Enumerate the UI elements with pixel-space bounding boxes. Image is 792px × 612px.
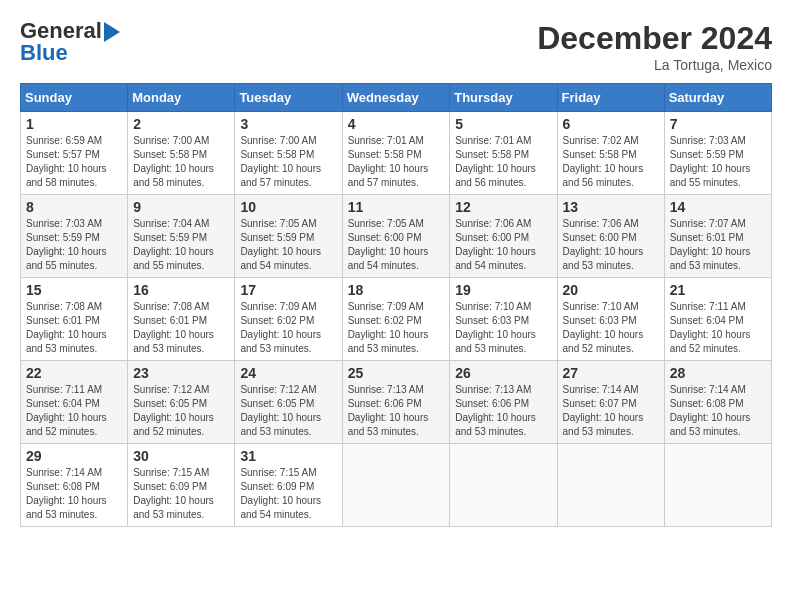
day-info: Sunrise: 7:14 AM Sunset: 6:08 PM Dayligh… (26, 466, 122, 522)
day-info: Sunrise: 7:10 AM Sunset: 6:03 PM Dayligh… (455, 300, 551, 356)
calendar-table: SundayMondayTuesdayWednesdayThursdayFrid… (20, 83, 772, 527)
day-number: 24 (240, 365, 336, 381)
day-number: 1 (26, 116, 122, 132)
day-info: Sunrise: 7:04 AM Sunset: 5:59 PM Dayligh… (133, 217, 229, 273)
calendar-day-5: 5Sunrise: 7:01 AM Sunset: 5:58 PM Daylig… (450, 112, 557, 195)
calendar-header-wednesday: Wednesday (342, 84, 450, 112)
day-number: 22 (26, 365, 122, 381)
calendar-day-17: 17Sunrise: 7:09 AM Sunset: 6:02 PM Dayli… (235, 278, 342, 361)
logo-subtext: Blue (20, 42, 120, 64)
calendar-day-9: 9Sunrise: 7:04 AM Sunset: 5:59 PM Daylig… (128, 195, 235, 278)
calendar-day-30: 30Sunrise: 7:15 AM Sunset: 6:09 PM Dayli… (128, 444, 235, 527)
day-info: Sunrise: 7:01 AM Sunset: 5:58 PM Dayligh… (348, 134, 445, 190)
day-number: 13 (563, 199, 659, 215)
day-info: Sunrise: 7:11 AM Sunset: 6:04 PM Dayligh… (670, 300, 766, 356)
day-number: 7 (670, 116, 766, 132)
calendar-day-13: 13Sunrise: 7:06 AM Sunset: 6:00 PM Dayli… (557, 195, 664, 278)
day-number: 27 (563, 365, 659, 381)
calendar-day-6: 6Sunrise: 7:02 AM Sunset: 5:58 PM Daylig… (557, 112, 664, 195)
calendar-day-23: 23Sunrise: 7:12 AM Sunset: 6:05 PM Dayli… (128, 361, 235, 444)
calendar-header-friday: Friday (557, 84, 664, 112)
calendar-day-7: 7Sunrise: 7:03 AM Sunset: 5:59 PM Daylig… (664, 112, 771, 195)
empty-cell (664, 444, 771, 527)
calendar-week-1: 1Sunrise: 6:59 AM Sunset: 5:57 PM Daylig… (21, 112, 772, 195)
logo: General Blue (20, 20, 120, 64)
day-number: 28 (670, 365, 766, 381)
day-info: Sunrise: 6:59 AM Sunset: 5:57 PM Dayligh… (26, 134, 122, 190)
calendar-day-22: 22Sunrise: 7:11 AM Sunset: 6:04 PM Dayli… (21, 361, 128, 444)
calendar-day-18: 18Sunrise: 7:09 AM Sunset: 6:02 PM Dayli… (342, 278, 450, 361)
calendar-header-monday: Monday (128, 84, 235, 112)
calendar-week-4: 22Sunrise: 7:11 AM Sunset: 6:04 PM Dayli… (21, 361, 772, 444)
calendar-day-12: 12Sunrise: 7:06 AM Sunset: 6:00 PM Dayli… (450, 195, 557, 278)
day-info: Sunrise: 7:13 AM Sunset: 6:06 PM Dayligh… (348, 383, 445, 439)
day-number: 6 (563, 116, 659, 132)
day-info: Sunrise: 7:14 AM Sunset: 6:08 PM Dayligh… (670, 383, 766, 439)
day-info: Sunrise: 7:15 AM Sunset: 6:09 PM Dayligh… (133, 466, 229, 522)
calendar-day-29: 29Sunrise: 7:14 AM Sunset: 6:08 PM Dayli… (21, 444, 128, 527)
day-number: 17 (240, 282, 336, 298)
calendar-day-1: 1Sunrise: 6:59 AM Sunset: 5:57 PM Daylig… (21, 112, 128, 195)
day-info: Sunrise: 7:11 AM Sunset: 6:04 PM Dayligh… (26, 383, 122, 439)
day-number: 26 (455, 365, 551, 381)
calendar-header-sunday: Sunday (21, 84, 128, 112)
day-number: 10 (240, 199, 336, 215)
day-info: Sunrise: 7:15 AM Sunset: 6:09 PM Dayligh… (240, 466, 336, 522)
day-number: 5 (455, 116, 551, 132)
calendar-day-31: 31Sunrise: 7:15 AM Sunset: 6:09 PM Dayli… (235, 444, 342, 527)
day-info: Sunrise: 7:03 AM Sunset: 5:59 PM Dayligh… (670, 134, 766, 190)
page-header: General Blue December 2024 La Tortuga, M… (20, 20, 772, 73)
calendar-day-3: 3Sunrise: 7:00 AM Sunset: 5:58 PM Daylig… (235, 112, 342, 195)
calendar-day-2: 2Sunrise: 7:00 AM Sunset: 5:58 PM Daylig… (128, 112, 235, 195)
day-number: 15 (26, 282, 122, 298)
calendar-header-saturday: Saturday (664, 84, 771, 112)
day-info: Sunrise: 7:02 AM Sunset: 5:58 PM Dayligh… (563, 134, 659, 190)
day-number: 8 (26, 199, 122, 215)
day-number: 16 (133, 282, 229, 298)
calendar-day-16: 16Sunrise: 7:08 AM Sunset: 6:01 PM Dayli… (128, 278, 235, 361)
day-number: 9 (133, 199, 229, 215)
day-info: Sunrise: 7:00 AM Sunset: 5:58 PM Dayligh… (133, 134, 229, 190)
calendar-day-8: 8Sunrise: 7:03 AM Sunset: 5:59 PM Daylig… (21, 195, 128, 278)
day-number: 31 (240, 448, 336, 464)
calendar-header-tuesday: Tuesday (235, 84, 342, 112)
day-info: Sunrise: 7:05 AM Sunset: 5:59 PM Dayligh… (240, 217, 336, 273)
calendar-week-5: 29Sunrise: 7:14 AM Sunset: 6:08 PM Dayli… (21, 444, 772, 527)
title-area: December 2024 La Tortuga, Mexico (537, 20, 772, 73)
calendar-day-19: 19Sunrise: 7:10 AM Sunset: 6:03 PM Dayli… (450, 278, 557, 361)
calendar-day-21: 21Sunrise: 7:11 AM Sunset: 6:04 PM Dayli… (664, 278, 771, 361)
calendar-week-2: 8Sunrise: 7:03 AM Sunset: 5:59 PM Daylig… (21, 195, 772, 278)
day-info: Sunrise: 7:01 AM Sunset: 5:58 PM Dayligh… (455, 134, 551, 190)
day-number: 4 (348, 116, 445, 132)
calendar-day-27: 27Sunrise: 7:14 AM Sunset: 6:07 PM Dayli… (557, 361, 664, 444)
calendar-day-26: 26Sunrise: 7:13 AM Sunset: 6:06 PM Dayli… (450, 361, 557, 444)
calendar-day-25: 25Sunrise: 7:13 AM Sunset: 6:06 PM Dayli… (342, 361, 450, 444)
day-number: 18 (348, 282, 445, 298)
calendar-header-thursday: Thursday (450, 84, 557, 112)
day-info: Sunrise: 7:00 AM Sunset: 5:58 PM Dayligh… (240, 134, 336, 190)
day-number: 23 (133, 365, 229, 381)
day-info: Sunrise: 7:08 AM Sunset: 6:01 PM Dayligh… (26, 300, 122, 356)
calendar-day-14: 14Sunrise: 7:07 AM Sunset: 6:01 PM Dayli… (664, 195, 771, 278)
calendar-week-3: 15Sunrise: 7:08 AM Sunset: 6:01 PM Dayli… (21, 278, 772, 361)
calendar-day-11: 11Sunrise: 7:05 AM Sunset: 6:00 PM Dayli… (342, 195, 450, 278)
empty-cell (557, 444, 664, 527)
calendar-day-20: 20Sunrise: 7:10 AM Sunset: 6:03 PM Dayli… (557, 278, 664, 361)
day-info: Sunrise: 7:06 AM Sunset: 6:00 PM Dayligh… (455, 217, 551, 273)
day-number: 21 (670, 282, 766, 298)
day-info: Sunrise: 7:09 AM Sunset: 6:02 PM Dayligh… (348, 300, 445, 356)
day-number: 3 (240, 116, 336, 132)
calendar-day-10: 10Sunrise: 7:05 AM Sunset: 5:59 PM Dayli… (235, 195, 342, 278)
day-info: Sunrise: 7:07 AM Sunset: 6:01 PM Dayligh… (670, 217, 766, 273)
day-info: Sunrise: 7:14 AM Sunset: 6:07 PM Dayligh… (563, 383, 659, 439)
day-number: 25 (348, 365, 445, 381)
day-number: 2 (133, 116, 229, 132)
day-number: 19 (455, 282, 551, 298)
logo-text: General (20, 20, 120, 42)
calendar-day-24: 24Sunrise: 7:12 AM Sunset: 6:05 PM Dayli… (235, 361, 342, 444)
day-info: Sunrise: 7:13 AM Sunset: 6:06 PM Dayligh… (455, 383, 551, 439)
day-info: Sunrise: 7:09 AM Sunset: 6:02 PM Dayligh… (240, 300, 336, 356)
location: La Tortuga, Mexico (537, 57, 772, 73)
day-info: Sunrise: 7:06 AM Sunset: 6:00 PM Dayligh… (563, 217, 659, 273)
day-info: Sunrise: 7:12 AM Sunset: 6:05 PM Dayligh… (240, 383, 336, 439)
